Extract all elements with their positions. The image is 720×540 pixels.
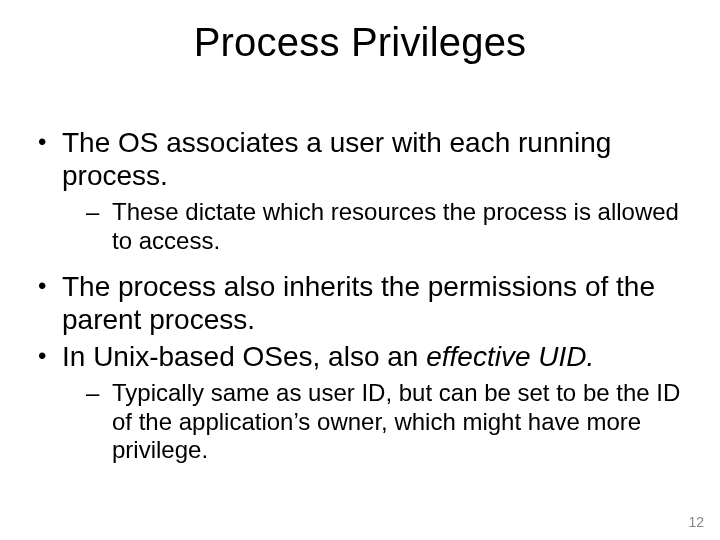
bullet-list: The OS associates a user with each runni… (36, 126, 684, 465)
bullet-text: The process also inherits the permission… (62, 271, 655, 335)
sub-text: Typically same as user ID, but can be se… (112, 379, 680, 464)
bullet-item-1: The OS associates a user with each runni… (36, 126, 684, 256)
bullet-item-2: The process also inherits the permission… (36, 270, 684, 336)
page-number: 12 (688, 514, 704, 530)
bullet-text: The OS associates a user with each runni… (62, 127, 611, 191)
sub-list-1: These dictate which resources the proces… (62, 198, 684, 256)
sub-text: These dictate which resources the proces… (112, 198, 679, 254)
bullet-text-prefix: In Unix-based OSes, also an (62, 341, 426, 372)
bullet-text-italic: effective UID. (426, 341, 594, 372)
sub-list-2: Typically same as user ID, but can be se… (62, 379, 684, 465)
bullet-item-3: In Unix-based OSes, also an effective UI… (36, 340, 684, 465)
slide-title: Process Privileges (0, 20, 720, 65)
slide-content: The OS associates a user with each runni… (36, 126, 684, 479)
sub-item-1: These dictate which resources the proces… (62, 198, 684, 256)
slide: Process Privileges The OS associates a u… (0, 0, 720, 540)
sub-item-2: Typically same as user ID, but can be se… (62, 379, 684, 465)
